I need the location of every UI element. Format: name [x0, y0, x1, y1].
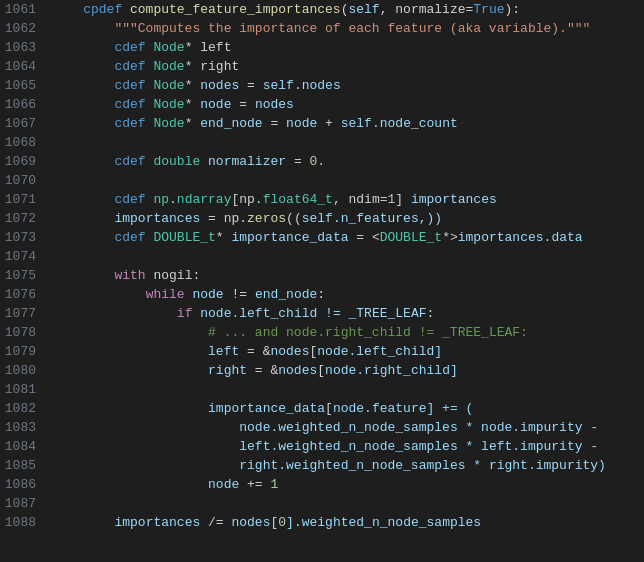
token: ndarray: [177, 192, 232, 207]
line-number: 1085: [0, 456, 48, 475]
token: .data: [544, 230, 583, 245]
line-number: 1067: [0, 114, 48, 133]
token: 1: [270, 477, 278, 492]
code-line: 1068: [0, 133, 644, 152]
line-content: [48, 171, 644, 190]
code-line: 1084 left.weighted_n_node_samples * left…: [0, 437, 644, 456]
line-content: cdef Node* left: [48, 38, 644, 57]
code-line: 1074: [0, 247, 644, 266]
token: =: [263, 116, 286, 131]
token: *: [216, 230, 232, 245]
token: [np.: [231, 192, 262, 207]
line-content: cdef DOUBLE_t* importance_data = <DOUBLE…: [48, 228, 644, 247]
token: DOUBLE_t: [380, 230, 442, 245]
line-content: if node.left_child != _TREE_LEAF:: [48, 304, 644, 323]
line-number: 1076: [0, 285, 48, 304]
token: [52, 458, 239, 473]
token: .n_features,)): [333, 211, 442, 226]
token: nogil:: [146, 268, 201, 283]
token: [52, 325, 208, 340]
code-line: 1062 """Computes the importance of each …: [0, 19, 644, 38]
token: DOUBLE_t: [153, 230, 215, 245]
token: /=: [200, 515, 231, 530]
code-line: 1085 right.weighted_n_node_samples * rig…: [0, 456, 644, 475]
token: *>: [442, 230, 458, 245]
code-line: 1063 cdef Node* left: [0, 38, 644, 57]
line-number: 1081: [0, 380, 48, 399]
token: nodes: [200, 78, 239, 93]
line-number: 1077: [0, 304, 48, 323]
token: *: [185, 78, 201, 93]
line-content: left.weighted_n_node_samples * left.impu…: [48, 437, 644, 456]
token: _TREE_LEAF: [349, 306, 427, 321]
code-line: 1071 cdef np.ndarray[np.float64_t, ndim=…: [0, 190, 644, 209]
line-content: """Computes the importance of each featu…: [48, 19, 644, 38]
line-number: 1066: [0, 95, 48, 114]
token: while: [146, 287, 185, 302]
token: end_node: [255, 287, 317, 302]
token: right: [208, 363, 247, 378]
token: nodes: [270, 344, 309, 359]
token: np: [153, 192, 169, 207]
token: self: [341, 116, 372, 131]
token: =: [231, 97, 254, 112]
line-content: node.weighted_n_node_samples * node.impu…: [48, 418, 644, 437]
code-line: 1067 cdef Node* end_node = node + self.n…: [0, 114, 644, 133]
token: [52, 344, 208, 359]
token: * right: [185, 59, 240, 74]
line-content: [48, 247, 644, 266]
code-line: 1061 cpdef compute_feature_importances(s…: [0, 0, 644, 19]
code-line: 1065 cdef Node* nodes = self.nodes: [0, 76, 644, 95]
token: [52, 268, 114, 283]
line-number: 1075: [0, 266, 48, 285]
token: self: [263, 78, 294, 93]
token: .impurity -: [512, 420, 598, 435]
token: float64_t: [263, 192, 333, 207]
token: self: [302, 211, 333, 226]
token: # ... and node.right_child != _TREE_LEAF…: [208, 325, 528, 340]
token: cdef: [114, 154, 153, 169]
token: [52, 439, 239, 454]
code-line: 1087: [0, 494, 644, 513]
token: Node: [153, 97, 184, 112]
token: !=: [224, 287, 255, 302]
token: *: [185, 97, 201, 112]
token: importance_data: [231, 230, 348, 245]
token: = np.: [200, 211, 247, 226]
token: [: [317, 363, 325, 378]
token: .left_child !=: [231, 306, 348, 321]
token: cdef: [114, 192, 153, 207]
line-number: 1079: [0, 342, 48, 361]
token: compute_feature_importances: [130, 2, 341, 17]
token: +=: [239, 477, 270, 492]
token: ((: [286, 211, 302, 226]
line-number: 1063: [0, 38, 48, 57]
token: ].weighted_n_node_samples: [286, 515, 481, 530]
line-content: cdef double normalizer = 0.: [48, 152, 644, 171]
line-number: 1084: [0, 437, 48, 456]
code-line: 1077 if node.left_child != _TREE_LEAF:: [0, 304, 644, 323]
token: nodes: [278, 363, 317, 378]
line-number: 1078: [0, 323, 48, 342]
token: [200, 154, 208, 169]
code-line: 1081: [0, 380, 644, 399]
line-number: 1072: [0, 209, 48, 228]
token: .weighted_n_node_samples *: [270, 439, 481, 454]
token: .node_count: [372, 116, 458, 131]
token: node: [325, 363, 356, 378]
line-content: with nogil:: [48, 266, 644, 285]
token: ):: [505, 2, 521, 17]
line-number: 1088: [0, 513, 48, 532]
line-content: right.weighted_n_node_samples * right.im…: [48, 456, 644, 475]
line-content: left = &nodes[node.left_child]: [48, 342, 644, 361]
line-content: cdef Node* end_node = node + self.node_c…: [48, 114, 644, 133]
token: cpdef: [52, 2, 130, 17]
token: [52, 211, 114, 226]
token: 0: [278, 515, 286, 530]
code-line: 1073 cdef DOUBLE_t* importance_data = <D…: [0, 228, 644, 247]
token: cdef: [114, 78, 153, 93]
line-number: 1083: [0, 418, 48, 437]
token: [52, 154, 114, 169]
token: importance_data: [208, 401, 325, 416]
token: nodes: [255, 97, 294, 112]
